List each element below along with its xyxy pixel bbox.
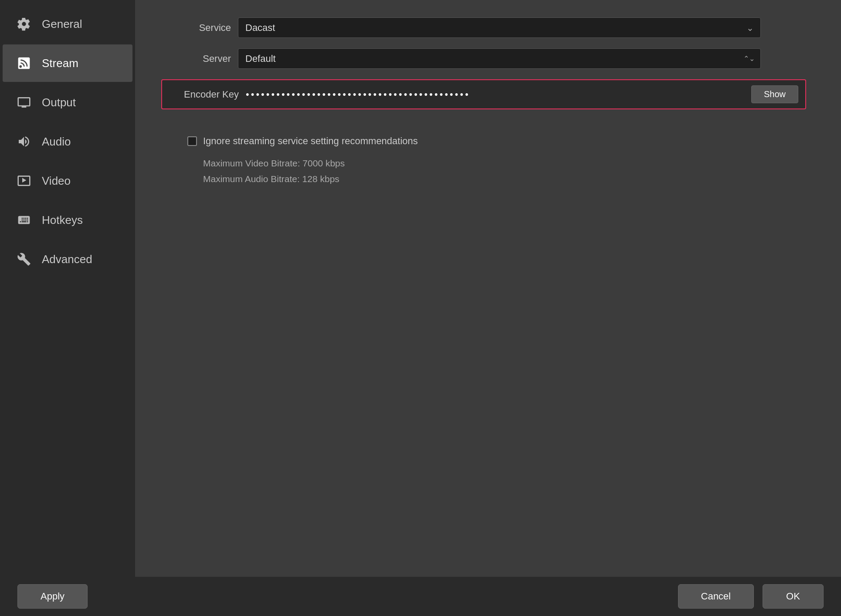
bottom-left-buttons: Apply bbox=[17, 584, 88, 609]
sidebar-item-advanced-label: Advanced bbox=[42, 253, 92, 266]
bottom-right-buttons: Cancel OK bbox=[678, 584, 824, 609]
encoder-key-input[interactable] bbox=[246, 89, 744, 100]
ignore-checkbox-label: Ignore streaming service setting recomme… bbox=[203, 135, 418, 147]
bottom-bar: Apply Cancel OK bbox=[0, 577, 841, 616]
service-select-wrapper: Dacast bbox=[238, 17, 761, 38]
server-select-wrapper: Default bbox=[238, 48, 761, 69]
max-video-bitrate: Maximum Video Bitrate: 7000 kbps bbox=[203, 156, 815, 171]
server-label: Server bbox=[161, 53, 231, 64]
sidebar-item-stream-label: Stream bbox=[42, 57, 78, 70]
content-area: Service Dacast Server Default Encoder Ke… bbox=[135, 0, 841, 577]
ok-button[interactable]: OK bbox=[763, 584, 824, 609]
sidebar-item-video-label: Video bbox=[42, 174, 71, 188]
ignore-checkbox[interactable] bbox=[187, 136, 197, 146]
sidebar-item-audio[interactable]: Audio bbox=[3, 123, 132, 160]
sidebar-item-stream[interactable]: Stream bbox=[3, 44, 132, 82]
cancel-button[interactable]: Cancel bbox=[678, 584, 754, 609]
video-icon bbox=[15, 172, 33, 190]
show-button[interactable]: Show bbox=[751, 85, 798, 103]
sidebar: General Stream Output bbox=[0, 0, 135, 577]
gear-icon bbox=[15, 15, 33, 33]
checkbox-section: Ignore streaming service setting recomme… bbox=[161, 135, 815, 186]
advanced-icon bbox=[15, 250, 33, 268]
sidebar-item-general[interactable]: General bbox=[3, 5, 132, 43]
service-row: Service Dacast bbox=[161, 17, 815, 38]
sidebar-item-hotkeys[interactable]: Hotkeys bbox=[3, 201, 132, 239]
output-icon bbox=[15, 93, 33, 112]
stream-icon bbox=[15, 54, 33, 72]
sidebar-item-advanced[interactable]: Advanced bbox=[3, 240, 132, 278]
encoder-key-row: Encoder Key Show bbox=[161, 79, 806, 109]
encoder-key-label: Encoder Key bbox=[169, 89, 239, 100]
apply-button[interactable]: Apply bbox=[17, 584, 88, 609]
server-row: Server Default bbox=[161, 48, 815, 69]
sidebar-item-audio-label: Audio bbox=[42, 135, 71, 149]
audio-icon bbox=[15, 132, 33, 151]
max-audio-bitrate: Maximum Audio Bitrate: 128 kbps bbox=[203, 171, 815, 187]
sidebar-item-hotkeys-label: Hotkeys bbox=[42, 213, 83, 227]
service-select[interactable]: Dacast bbox=[238, 17, 761, 38]
hotkeys-icon bbox=[15, 211, 33, 229]
main-layout: General Stream Output bbox=[0, 0, 841, 577]
sidebar-item-general-label: General bbox=[42, 17, 82, 31]
service-label: Service bbox=[161, 22, 231, 34]
ignore-checkbox-row: Ignore streaming service setting recomme… bbox=[187, 135, 815, 147]
sidebar-item-output-label: Output bbox=[42, 96, 76, 109]
server-select[interactable]: Default bbox=[238, 48, 761, 69]
sidebar-item-video[interactable]: Video bbox=[3, 162, 132, 200]
sidebar-item-output[interactable]: Output bbox=[3, 84, 132, 121]
bitrate-info: Maximum Video Bitrate: 7000 kbps Maximum… bbox=[187, 156, 815, 186]
